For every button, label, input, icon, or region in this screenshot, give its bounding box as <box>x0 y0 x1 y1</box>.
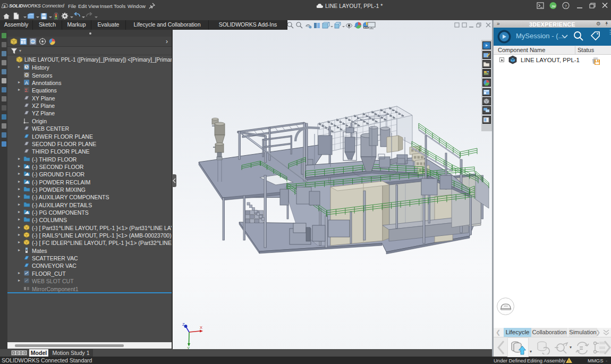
svg-text:Σ: Σ <box>25 88 28 93</box>
svg-text:?: ? <box>565 4 567 9</box>
svg-text:A: A <box>25 80 28 86</box>
svg-text:!: ! <box>568 359 570 363</box>
svg-text:Z: Z <box>182 323 185 327</box>
svg-text:X: X <box>200 325 202 330</box>
svg-text:S: S <box>3 5 5 8</box>
svg-text:JM: JM <box>551 5 556 8</box>
